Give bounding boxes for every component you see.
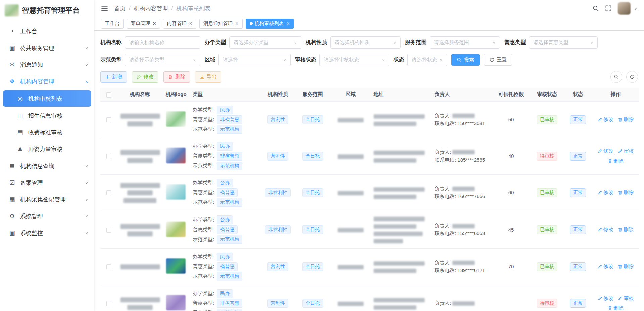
sidebar-item-7[interactable]: ⚙ 系统管理 ∨ [0, 208, 94, 225]
delete-link[interactable]: 删除 [618, 263, 634, 270]
close-icon[interactable]: × [287, 21, 290, 26]
filter-field: 办学类型 请选择办学类型 ∨ [205, 36, 301, 49]
row-checkbox[interactable] [106, 228, 111, 233]
status-tag: 正常 [570, 152, 586, 161]
sidebar-item-2[interactable]: ✉ 消息通知 ∨ [0, 56, 94, 73]
institution-table: 机构名称机构logo类型机构性质服务范围区域地址负责人可供托位数审核状态状态操作… [100, 88, 639, 311]
type-tag: 省普惠 [217, 188, 238, 197]
column-header: 审核状态 [531, 88, 563, 101]
audit-status-tag: 已审核 [537, 115, 557, 124]
close-icon[interactable]: × [189, 21, 192, 26]
export-button[interactable]: 导出 [195, 71, 221, 83]
close-icon[interactable]: × [235, 21, 238, 26]
filter-field: 服务范围 请选择服务范围 ∨ [405, 36, 500, 49]
audit-list-icon: ◎ [16, 95, 24, 102]
tag-item-1[interactable]: 菜单管理 × [127, 19, 160, 29]
status-tag: 正常 [570, 299, 586, 308]
sidebar-subitem-3[interactable]: ♟ 师资力量审核 [0, 141, 94, 158]
institution-name [120, 264, 159, 270]
chevron-down-icon[interactable]: ∨ [634, 6, 637, 10]
filter-select[interactable]: 请选择机构性质 ∨ [330, 36, 401, 49]
redacted-text [338, 191, 364, 195]
row-checkbox[interactable] [106, 264, 111, 269]
public-service-icon: ▣ [8, 44, 16, 52]
sidebar-item-0[interactable]: ◔ 工作台 [0, 23, 94, 40]
breadcrumb: 首页/机构内容管理/机构审核列表 [114, 5, 210, 12]
fullscreen-icon[interactable] [605, 5, 612, 12]
delete-link[interactable]: 删除 [618, 227, 634, 233]
sidebar-item-3[interactable]: ❖ 机构内容管理 ∧ [0, 73, 94, 90]
scope-tag: 全日托 [302, 152, 323, 161]
edit-link[interactable]: 修改 [598, 227, 613, 233]
institution-name [120, 149, 159, 163]
delete-link[interactable]: 删除 [618, 116, 634, 123]
filter-select[interactable]: 请选择服务范围 ∨ [430, 36, 500, 49]
table-row: 办学类型:民办普惠类型:省普惠示范类型:示范机构 营利性 全日托 负责人: 联系… [100, 248, 639, 285]
breadcrumb-item[interactable]: 机构内容管理 [134, 5, 168, 12]
add-button[interactable]: 新增 [100, 71, 127, 83]
institution-name [120, 113, 159, 126]
avatar[interactable] [618, 2, 631, 15]
sidebar-item-4[interactable]: ≣ 机构信息查询 ∨ [0, 158, 94, 174]
phone-text: 联系电话: 150****3081 [435, 120, 488, 127]
phone-text: 联系电话: 185****2565 [435, 157, 488, 163]
select-all-checkbox[interactable] [106, 92, 111, 98]
filter-select[interactable]: 请选择普惠类型 ∨ [529, 36, 598, 49]
refresh-button[interactable] [626, 71, 638, 83]
capacity-cell: 50 [492, 101, 531, 138]
redacted-text [120, 183, 160, 188]
edit-link[interactable]: 修改 [598, 148, 613, 154]
delete-link[interactable]: 删除 [618, 189, 634, 196]
sidebar-item-5[interactable]: ☑ 备案管理 ∨ [0, 174, 94, 191]
sidebar-item-8[interactable]: ▣ 系统监控 ∨ [0, 225, 94, 241]
reset-button[interactable]: 重置 [484, 54, 512, 66]
tag-item-0[interactable]: 工作台 [101, 19, 124, 29]
redacted-text [374, 305, 416, 310]
edit-link[interactable]: 修改 [598, 295, 613, 302]
edit-button[interactable]: 修改 [132, 71, 158, 83]
delete-link[interactable]: 删除 [608, 158, 624, 164]
delete-button[interactable]: 删除 [163, 71, 190, 83]
audit-link[interactable]: 审核 [618, 148, 634, 154]
filter-label: 服务范围 [405, 39, 427, 46]
type-tag: 示范机构 [217, 198, 242, 207]
filter-select[interactable]: 请选择办学类型 ∨ [229, 36, 301, 49]
sidebar-item-1[interactable]: ▣ 公共服务管理 ∨ [0, 40, 94, 56]
redacted-text [374, 114, 425, 119]
row-actions: 修改删除 [596, 263, 636, 270]
topbar-tool-icons [592, 5, 612, 12]
sidebar-collapse-icon[interactable] [101, 5, 108, 11]
row-checkbox[interactable] [106, 190, 111, 195]
edit-link[interactable]: 修改 [598, 189, 613, 196]
chevron-down-icon: ∨ [439, 58, 443, 62]
chevron-down-icon: ∨ [85, 164, 88, 168]
close-icon[interactable]: × [153, 21, 156, 26]
search-button[interactable]: 搜索 [451, 54, 480, 66]
row-checkbox[interactable] [106, 301, 111, 306]
toggle-search-button[interactable] [610, 71, 622, 83]
search-icon[interactable] [592, 5, 599, 12]
filter-select[interactable]: 请选择状态 ∨ [407, 54, 447, 66]
tag-item-2[interactable]: 内容管理 × [163, 19, 196, 29]
delete-link[interactable]: 删除 [608, 305, 624, 311]
row-checkbox[interactable] [106, 154, 111, 159]
type-tag: 民办 [217, 106, 233, 114]
filter-select[interactable]: 请选择 ∨ [218, 54, 291, 66]
edit-link[interactable]: 修改 [598, 116, 613, 123]
sidebar-subitem-1[interactable]: ◫ 招生信息审核 [0, 107, 94, 124]
tag-item-3[interactable]: 消息通知管理 × [199, 19, 242, 29]
nature-tag: 非营利性 [265, 188, 291, 197]
filter-input[interactable] [125, 36, 200, 49]
redacted-text [120, 114, 160, 119]
filter-select[interactable]: 请选择审核状态 ∨ [319, 54, 389, 66]
sidebar-subitem-0[interactable]: ◎ 机构审核列表 [3, 90, 91, 107]
edit-link[interactable]: 修改 [598, 263, 613, 270]
tag-item-4[interactable]: 机构审核列表 × [246, 19, 294, 29]
row-checkbox[interactable] [106, 117, 111, 122]
sidebar-subitem-2[interactable]: ▤ 收费标准审核 [0, 124, 94, 141]
sidebar-item-6[interactable]: ▦ 机构采集登记管理 ∨ [0, 191, 94, 208]
chevron-down-icon: ∨ [85, 231, 88, 235]
filter-select[interactable]: 请选择示范类型 ∨ [125, 54, 200, 66]
audit-link[interactable]: 审核 [618, 295, 634, 302]
breadcrumb-item[interactable]: 首页 [114, 5, 126, 12]
